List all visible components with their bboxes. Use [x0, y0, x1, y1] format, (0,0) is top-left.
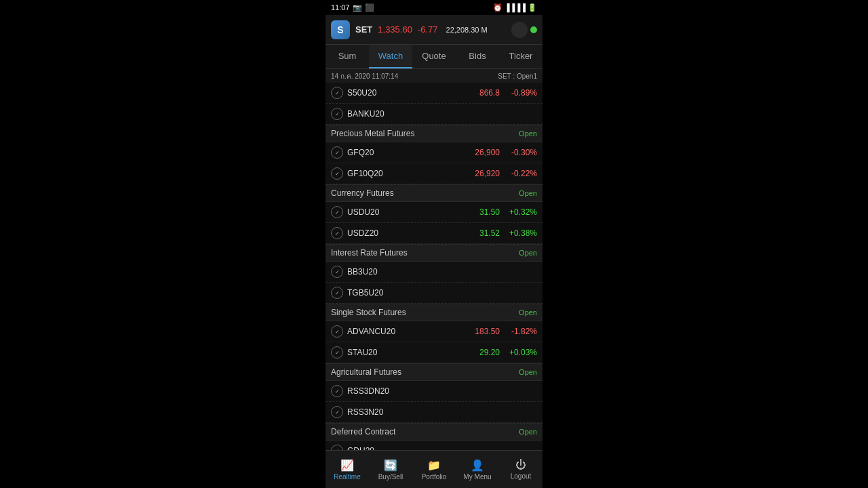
index-name: SET [355, 24, 372, 35]
stock-row[interactable]: BB3U20 [326, 262, 542, 283]
tab-ticker[interactable]: Ticker [499, 45, 542, 68]
category-row-precious-metal: Precious Metal Futures Open [326, 125, 542, 142]
market-status: SET : Open1 [498, 73, 537, 80]
index-price: 1,335.60 [378, 24, 412, 35]
stock-icon [331, 227, 343, 239]
category-row-deferred: Deferred Contract Open [326, 423, 542, 441]
status-left: 11:07 📷 ⬛ [331, 3, 374, 12]
stock-price: 26,900 [462, 148, 500, 157]
stock-icon [331, 385, 343, 397]
stock-icon [331, 287, 343, 299]
nav-mymenu-label: My Menu [463, 473, 491, 481]
stock-row[interactable]: TGB5U20 [326, 283, 542, 304]
stock-icon [331, 325, 343, 338]
stock-row[interactable]: GFQ20 26,900 -0.30% [326, 142, 542, 163]
stock-change: +0.38% [500, 228, 537, 238]
stock-row[interactable]: S50U20 866.8 -0.89% [326, 83, 542, 104]
stock-price: 31.52 [462, 228, 500, 238]
header-icons [511, 22, 537, 38]
index-change: -6.77 [418, 24, 438, 35]
time: 11:07 [331, 3, 350, 12]
nav-buysell-label: Buy/Sell [378, 473, 403, 481]
index-volume: 22,208.30 M [446, 26, 488, 34]
stock-price: 866.8 [462, 88, 500, 98]
stock-name: USDZ20 [347, 228, 462, 238]
logo-text: S [337, 24, 343, 35]
stock-name: S50U20 [347, 88, 462, 98]
nav-realtime-label: Realtime [334, 473, 360, 481]
category-name: Single Stock Futures [331, 308, 406, 317]
stock-icon [331, 206, 343, 218]
category-name: Deferred Contract [331, 427, 395, 436]
category-name: Agricultural Futures [331, 367, 401, 377]
camera-icon: 📷 [353, 3, 362, 12]
stock-icon [331, 346, 343, 359]
phone-container: 11:07 📷 ⬛ ⏰ ▐▐▐▐ 🔋 S SET 1,335.60 -6.77 … [326, 0, 542, 488]
stock-change: +0.32% [500, 207, 537, 217]
stock-icon [331, 87, 343, 99]
main-content[interactable]: S50U20 866.8 -0.89% BANKU20 Precious Met… [326, 83, 542, 450]
tab-bids[interactable]: Bids [456, 45, 499, 68]
header-bar: S SET 1,335.60 -6.77 22,208.30 M [326, 15, 542, 45]
category-row-currency: Currency Futures Open [326, 184, 542, 202]
portfolio-icon: 📁 [427, 459, 441, 472]
nav-logout[interactable]: ⏻ Logout [499, 451, 542, 488]
date-label: 14 ก.ค. 2020 11:07:14 [331, 71, 398, 81]
stock-name: TGB5U20 [347, 288, 537, 298]
stock-icon [331, 146, 343, 159]
stock-name: STAU20 [347, 348, 462, 357]
category-row-interest-rate: Interest Rate Futures Open [326, 244, 542, 262]
stock-name: ADVANCU20 [347, 327, 462, 336]
category-status: Open [519, 428, 537, 436]
live-indicator [530, 26, 537, 33]
stock-icon [331, 406, 343, 418]
nav-logout-label: Logout [511, 472, 532, 480]
stock-row[interactable]: RSS3DN20 [326, 381, 542, 402]
stock-row[interactable]: GF10Q20 26,920 -0.22% [326, 163, 542, 184]
stock-name: GFQ20 [347, 148, 462, 157]
nav-portfolio-label: Portfolio [422, 473, 447, 481]
stock-icon [331, 445, 343, 450]
category-name: Currency Futures [331, 188, 394, 198]
stock-change: -0.89% [500, 88, 537, 98]
tab-watch[interactable]: Watch [369, 45, 412, 68]
stock-icon [331, 167, 343, 180]
stock-change: -0.22% [500, 169, 537, 178]
stock-row[interactable]: USDZ20 31.52 +0.38% [326, 223, 542, 244]
stock-name: BANKU20 [347, 109, 537, 119]
status-right: ⏰ ▐▐▐▐ 🔋 [493, 3, 537, 12]
stock-row[interactable]: USDU20 31.50 +0.32% [326, 202, 542, 223]
category-status: Open [519, 189, 537, 197]
mymenu-icon: 👤 [471, 459, 484, 472]
signal-icon: ▐▐▐▐ [505, 3, 526, 12]
status-bar: 11:07 📷 ⬛ ⏰ ▐▐▐▐ 🔋 [326, 0, 542, 15]
nav-mymenu[interactable]: 👤 My Menu [456, 451, 499, 488]
stock-price: 31.50 [462, 207, 500, 217]
bottom-nav: 📈 Realtime 🔄 Buy/Sell 📁 Portfolio 👤 My M… [326, 450, 542, 488]
category-name: Interest Rate Futures [331, 248, 408, 258]
stock-row[interactable]: BANKU20 [326, 104, 542, 125]
category-row-single-stock: Single Stock Futures Open [326, 304, 542, 321]
info-row: 14 ก.ค. 2020 11:07:14 SET : Open1 [326, 69, 542, 83]
stock-row[interactable]: GDU20 [326, 441, 542, 450]
tab-bar: Sum Watch Quote Bids Ticker [326, 45, 542, 69]
category-row-agricultural: Agricultural Futures Open [326, 363, 542, 381]
nav-realtime[interactable]: 📈 Realtime [326, 451, 369, 488]
category-status: Open [519, 308, 537, 317]
notification-bell[interactable] [511, 22, 528, 38]
tab-quote[interactable]: Quote [412, 45, 456, 68]
tab-sum[interactable]: Sum [326, 45, 369, 68]
stock-price: 183.50 [462, 327, 500, 336]
stock-price: 26,920 [462, 169, 500, 178]
category-status: Open [519, 368, 537, 376]
nav-portfolio[interactable]: 📁 Portfolio [412, 451, 456, 488]
nav-buysell[interactable]: 🔄 Buy/Sell [369, 451, 412, 488]
category-status: Open [519, 249, 537, 257]
stock-row[interactable]: STAU20 29.20 +0.03% [326, 342, 542, 363]
stock-name: RSS3N20 [347, 407, 537, 417]
stock-icon [331, 108, 343, 120]
alarm-icon: ⏰ [493, 3, 502, 12]
stock-change: +0.03% [500, 348, 537, 357]
stock-row[interactable]: ADVANCU20 183.50 -1.82% [326, 321, 542, 342]
stock-row[interactable]: RSS3N20 [326, 402, 542, 423]
